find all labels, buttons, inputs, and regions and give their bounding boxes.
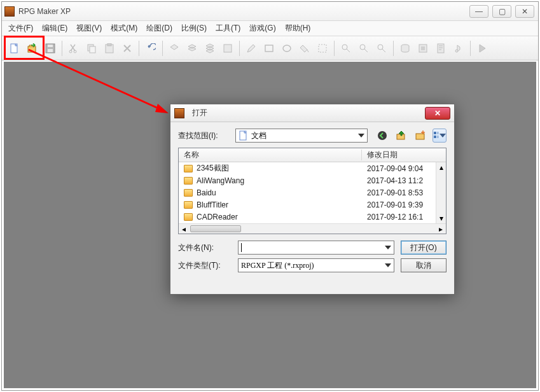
nav-up-icon[interactable] (394, 129, 408, 143)
svg-point-15 (342, 45, 347, 50)
main-titlebar[interactable]: RPG Maker XP — ▢ ✕ (2, 2, 538, 21)
nav-back-icon[interactable] (375, 129, 389, 143)
menu-bar: 文件(F) 编辑(E) 视图(V) 模式(M) 绘图(D) 比例(S) 工具(T… (2, 21, 538, 36)
list-item[interactable]: 2345截图2017-09-04 9:04 (179, 162, 446, 174)
app-icon (4, 6, 15, 17)
svg-point-16 (360, 45, 365, 50)
list-item[interactable]: BluffTitler2017-09-01 9:39 (179, 199, 446, 211)
menu-file[interactable]: 文件(F) (8, 23, 33, 34)
folder-icon (184, 213, 193, 221)
maximize-button[interactable]: ▢ (492, 5, 511, 18)
filename-label: 文件名(N): (178, 242, 232, 253)
tb-database-icon[interactable] (396, 39, 414, 57)
svg-rect-34 (438, 136, 438, 138)
svg-rect-12 (265, 45, 273, 52)
tb-layer3-icon[interactable] (201, 39, 219, 57)
item-date: 2017-09-04 9:04 (362, 164, 446, 173)
scroll-left-icon[interactable]: ◂ (179, 225, 189, 234)
item-date: 2017-09-12 16:1 (362, 213, 446, 221)
filetype-dropdown[interactable]: RPGXP 工程 (*.rxproj) (238, 258, 394, 272)
item-date: 2017-09-01 9:39 (362, 200, 446, 209)
scroll-down-icon[interactable]: ▾ (436, 213, 446, 223)
scrollbar-vertical[interactable]: ▴ ▾ (436, 162, 446, 223)
menu-scale[interactable]: 比例(S) (181, 23, 207, 34)
dialog-title: 打开 (192, 108, 425, 118)
col-date-header[interactable]: 修改日期 (362, 150, 446, 160)
filetype-caret-icon (385, 263, 391, 267)
svg-rect-31 (434, 132, 436, 134)
minimize-button[interactable]: — (469, 5, 488, 18)
menu-help[interactable]: 帮助(H) (285, 23, 311, 34)
tb-ellipse-icon[interactable] (278, 39, 296, 57)
filetype-label: 文件类型(T): (178, 260, 232, 271)
svg-point-17 (378, 45, 383, 50)
filename-caret-icon (385, 246, 391, 249)
item-name: AliWangWang (197, 176, 244, 185)
menu-game[interactable]: 游戏(G) (249, 23, 275, 34)
item-name: 2345截图 (197, 163, 229, 174)
scroll-right-icon[interactable]: ▸ (436, 225, 446, 234)
col-name-header[interactable]: 名称 (179, 150, 362, 160)
tb-zoom2-icon[interactable] (355, 39, 373, 57)
app-title: RPG Maker XP (18, 7, 469, 16)
item-date: 2017-04-13 11:2 (362, 176, 446, 185)
svg-point-22 (455, 50, 458, 52)
tb-script-icon[interactable] (432, 39, 450, 57)
menu-view[interactable]: 视图(V) (76, 23, 102, 34)
tb-layer2-icon[interactable] (183, 39, 201, 57)
dialog-icon (174, 108, 184, 118)
tb-zoom1-icon[interactable] (337, 39, 355, 57)
open-button[interactable]: 打开(O) (401, 241, 447, 255)
dialog-close-button[interactable]: ✕ (425, 107, 450, 120)
svg-line-23 (29, 50, 162, 110)
svg-rect-32 (438, 132, 438, 134)
dialog-titlebar[interactable]: 打开 ✕ (170, 104, 454, 122)
folder-icon (184, 165, 193, 172)
nav-viewmenu-icon[interactable] (433, 129, 447, 143)
look-in-value: 文档 (251, 130, 267, 141)
list-item[interactable]: Baidu2017-09-01 8:53 (179, 186, 446, 199)
folder-icon (184, 201, 193, 209)
item-name: BluffTitler (197, 200, 228, 209)
svg-rect-20 (421, 46, 425, 50)
menu-edit[interactable]: 编辑(E) (42, 23, 67, 34)
svg-rect-21 (438, 44, 444, 53)
dropdown-caret-icon (358, 134, 364, 137)
tb-select-icon[interactable] (314, 39, 331, 57)
folder-icon (184, 189, 193, 197)
list-item[interactable]: AliWangWang2017-04-13 11:2 (179, 174, 446, 186)
tb-sound-icon[interactable] (450, 39, 467, 57)
tb-rect-icon[interactable] (260, 39, 278, 57)
filename-input[interactable] (238, 241, 394, 255)
tb-pencil-icon[interactable] (242, 39, 260, 57)
look-in-label: 查找范围(I): (178, 130, 232, 141)
svg-marker-24 (155, 104, 169, 113)
open-dialog: 打开 ✕ 查找范围(I): 文档 名称 修改日期 (170, 104, 455, 295)
tb-zoom3-icon[interactable] (373, 39, 391, 57)
scrollbar-horizontal[interactable]: ◂ ▸ (179, 223, 446, 234)
close-button[interactable]: ✕ (515, 5, 534, 18)
tb-materials-icon[interactable] (414, 39, 432, 57)
folder-icon (184, 177, 193, 185)
tb-play-icon[interactable] (473, 39, 491, 57)
svg-rect-14 (319, 45, 326, 52)
menu-tools[interactable]: 工具(T) (216, 23, 240, 34)
tb-fill-icon[interactable] (296, 39, 314, 57)
annotation-arrow (25, 43, 178, 126)
item-name: CADReader (197, 213, 238, 221)
scroll-thumb[interactable] (190, 225, 241, 232)
doc-folder-icon (239, 130, 249, 141)
menu-mode[interactable]: 模式(M) (111, 23, 137, 34)
filetype-value: RPGXP 工程 (*.rxproj) (241, 260, 314, 271)
look-in-dropdown[interactable]: 文档 (235, 129, 368, 143)
cancel-button[interactable]: 取消 (401, 258, 447, 272)
svg-rect-11 (224, 45, 232, 52)
svg-point-13 (283, 45, 291, 52)
nav-newfolder-icon[interactable] (413, 129, 427, 143)
scroll-up-icon[interactable]: ▴ (436, 162, 446, 172)
menu-draw[interactable]: 绘图(D) (146, 23, 172, 34)
item-name: Baidu (197, 188, 216, 197)
tb-events-icon[interactable] (219, 39, 237, 57)
svg-point-26 (378, 131, 387, 140)
list-item[interactable]: CADReader2017-09-12 16:1 (179, 211, 446, 223)
